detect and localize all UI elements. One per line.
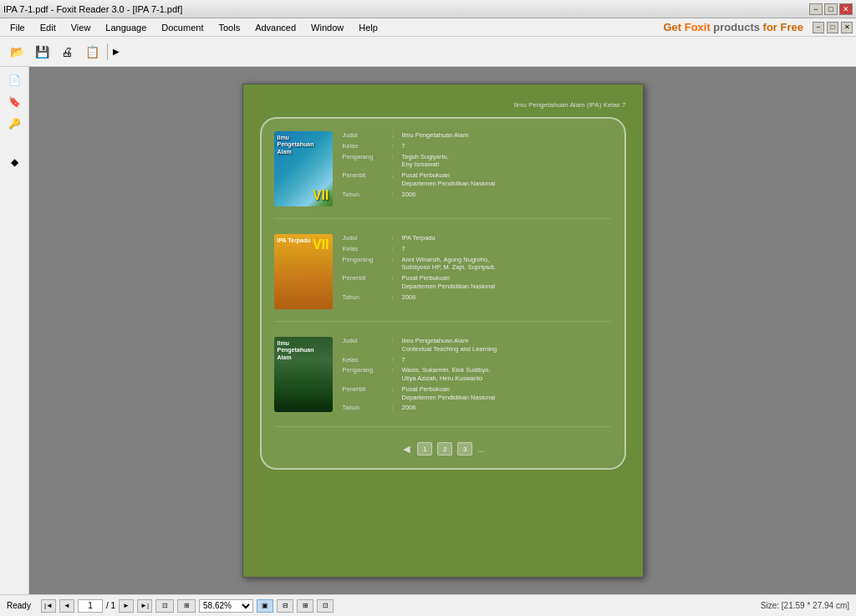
info-penerbit-1: Penerbit : Pusat PerbukuanDepartemen Pen… (343, 171, 612, 188)
promo-get: Get (663, 21, 684, 33)
value-tahun-2: 2008 (402, 293, 612, 302)
promo-for-free: for Free (763, 21, 803, 33)
app-restore-btn[interactable]: □ (827, 22, 838, 33)
pagination: ◄ 1 2 3 ... (274, 442, 612, 456)
app-close-btn[interactable]: ✕ (841, 22, 853, 33)
judul-sub-3: Contextual Teaching and Learning (402, 345, 497, 353)
label-kelas-2: Kelas (343, 245, 389, 253)
first-page-btn[interactable]: |◄ (41, 599, 56, 613)
promo-foxit: Foxit (685, 21, 714, 33)
menu-file[interactable]: File (3, 21, 32, 34)
fit-page-btn[interactable]: ⊡ (155, 599, 174, 613)
colon-t3: : (392, 404, 399, 412)
book-info-3: Judul : Ilmu Pengetahuan Alam Contextual… (343, 337, 612, 415)
single-page-view-btn[interactable]: ▣ (257, 599, 273, 613)
label-judul-1: Judul (343, 131, 389, 140)
pdf-page: Ilmu Pengetahuan Alam (IPA) Kelas 7 Ilmu… (242, 84, 644, 578)
info-penerbit-2: Penerbit : Pusat PerbukuanDepartemen Pen… (343, 274, 612, 291)
open-button[interactable]: 📂 (5, 41, 28, 63)
label-penerbit-1: Penerbit (343, 171, 389, 188)
sidebar: 📄 🔖 🔑 ◆ (0, 67, 29, 594)
restore-button[interactable]: □ (824, 3, 838, 15)
sidebar-btn-4[interactable]: ◆ (4, 152, 24, 172)
info-kelas-3: Kelas : 7 (343, 356, 612, 364)
label-kelas-1: Kelas (343, 142, 389, 150)
label-penerbit-2: Penerbit (343, 274, 389, 291)
menu-window[interactable]: Window (304, 21, 350, 34)
colon-pb2: : (392, 274, 399, 291)
promo-products: products (713, 21, 762, 33)
label-judul-2: Judul (343, 234, 389, 242)
book-info-2: Judul : IPA Terpadu Kelas : 7 Pengarang … (343, 234, 612, 309)
label-tahun-3: Tahun (343, 404, 389, 412)
save-button[interactable]: 💾 (30, 41, 54, 63)
facing-view-btn[interactable]: ⊞ (297, 599, 313, 613)
colon-pb3: : (392, 385, 399, 402)
continuous-facing-btn[interactable]: ⊡ (317, 599, 334, 613)
value-judul-1: Ilmu Pengetahuan Alam (402, 131, 612, 140)
window-title: IPA 7-1.pdf - Foxit Reader 3.0 - [IPA 7-… (3, 4, 182, 14)
cover-1-grade: VII (313, 188, 329, 203)
colon-1: : (392, 131, 399, 140)
page-size: Size: [21.59 * 27.94 cm] (761, 601, 849, 610)
foxit-promo[interactable]: Get Foxit products for Free (663, 21, 803, 33)
menu-advanced[interactable]: Advanced (248, 21, 303, 34)
sidebar-btn-2[interactable]: 🔖 (4, 92, 24, 112)
status-bar: Ready |◄ ◄ / 1 ► ►| ⊡ ⊞ 58.62% 50% 75% 1… (0, 594, 856, 616)
minimize-button[interactable]: − (809, 3, 823, 15)
menu-edit[interactable]: Edit (33, 21, 63, 34)
info-judul-3: Judul : Ilmu Pengetahuan Alam Contextual… (343, 337, 612, 354)
value-kelas-1: 7 (402, 142, 612, 150)
cover-1-title: IlmuPengetahuanAlam (278, 135, 314, 155)
label-pengarang-1: Pengarang (343, 153, 389, 170)
page-1-btn[interactable]: 1 (417, 442, 432, 456)
info-tahun-2: Tahun : 2008 (343, 293, 612, 302)
label-tahun-1: Tahun (343, 191, 389, 199)
menu-tools[interactable]: Tools (211, 21, 247, 34)
label-judul-3: Judul (343, 337, 389, 354)
value-pengarang-3: Wasis, Sukarmin, Elok Sudibyo,Utiya Aziz… (402, 366, 612, 383)
value-kelas-3: 7 (402, 356, 612, 364)
colon-t2: : (392, 293, 399, 302)
print-button[interactable]: 🖨 (55, 41, 79, 63)
book-cover-3: IlmuPengetahuanAlam (274, 337, 333, 412)
colon-k2: : (392, 245, 399, 253)
continuous-view-btn[interactable]: ⊟ (277, 599, 293, 613)
last-page-btn[interactable]: ►| (137, 599, 152, 613)
menu-bar: File Edit View Language Document Tools A… (0, 18, 856, 37)
cover-2-grade: VII (313, 237, 329, 252)
next-page-btn[interactable]: ► (119, 599, 134, 613)
page-number-input[interactable] (78, 599, 103, 613)
cover-2-title: IPA Terpadu (278, 237, 311, 244)
colon-pb1: : (392, 171, 399, 188)
value-tahun-3: 2008 (402, 404, 612, 412)
page-2-btn[interactable]: 2 (437, 442, 452, 456)
toolbar-expand[interactable]: ▶ (111, 45, 121, 58)
zoom-select[interactable]: 58.62% 50% 75% 100% 125% (199, 599, 253, 613)
page-3-btn[interactable]: 3 (457, 442, 472, 456)
colon-3: : (392, 337, 399, 354)
close-button[interactable]: ✕ (839, 3, 853, 15)
value-pengarang-2: Anni Winarsih, Agung Nugroho,Sulistyoso … (402, 256, 612, 272)
info-tahun-1: Tahun : 2008 (343, 191, 612, 199)
sidebar-btn-1[interactable]: 📄 (4, 70, 24, 90)
value-judul-3: Ilmu Pengetahuan Alam Contextual Teachin… (402, 337, 612, 354)
judul-main-3: Ilmu Pengetahuan Alam (402, 337, 469, 344)
clipboard-button[interactable]: 📋 (80, 41, 104, 63)
menu-language[interactable]: Language (99, 21, 153, 34)
menu-document[interactable]: Document (155, 21, 210, 34)
info-kelas-2: Kelas : 7 (343, 245, 612, 253)
sidebar-btn-3[interactable]: 🔑 (4, 114, 24, 134)
info-pengarang-3: Pengarang : Wasis, Sukarmin, Elok Sudiby… (343, 366, 612, 383)
menu-help[interactable]: Help (352, 21, 385, 34)
value-penerbit-1: Pusat PerbukuanDepartemen Pendidikan Nas… (402, 171, 612, 188)
document-area[interactable]: Ilmu Pengetahuan Alam (IPA) Kelas 7 Ilmu… (29, 67, 856, 594)
menu-view[interactable]: View (64, 21, 98, 34)
toolbar: 📂 💾 🖨 📋 ▶ (0, 37, 856, 67)
prev-page-arrow[interactable]: ◄ (400, 442, 412, 456)
colon-t1: : (392, 191, 399, 199)
info-judul-1: Judul : Ilmu Pengetahuan Alam (343, 131, 612, 140)
prev-page-btn[interactable]: ◄ (59, 599, 74, 613)
fit-width-btn[interactable]: ⊞ (177, 599, 196, 613)
app-minimize-btn[interactable]: − (813, 22, 824, 33)
